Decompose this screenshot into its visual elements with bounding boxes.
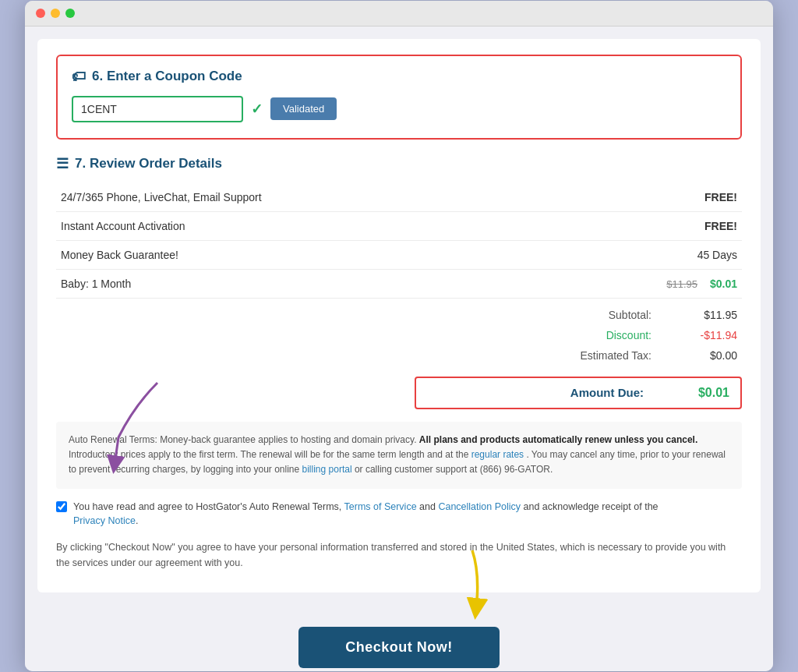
coupon-input[interactable] <box>72 96 243 122</box>
review-section-heading: 7. Review Order Details <box>75 156 222 172</box>
subtotal-row: Subtotal: $11.95 <box>56 305 742 325</box>
coupon-input-row: ✓ Validated <box>72 96 726 122</box>
minimize-dot[interactable] <box>51 9 60 18</box>
annotation-container: Auto Renewal Terms: Money-back guarantee… <box>56 422 742 571</box>
billing-portal-link[interactable]: billing portal <box>302 464 352 475</box>
discount-value: -$11.94 <box>690 329 737 341</box>
checkmark-icon: ✓ <box>251 101 263 118</box>
tos-link[interactable]: Terms of Service <box>344 501 417 512</box>
table-row: Money Back Guarantee! 45 Days <box>56 240 742 269</box>
agreement-text: You have read and agree to HostGator's A… <box>73 500 659 529</box>
tag-icon: 🏷 <box>72 69 86 85</box>
main-content: 🏷 6. Enter a Coupon Code ✓ Validated ☰ 7… <box>37 39 761 592</box>
privacy-notice-link[interactable]: Privacy Notice <box>73 515 136 526</box>
discount-label: Discount: <box>558 329 651 341</box>
coupon-section-heading: 6. Enter a Coupon Code <box>92 69 242 84</box>
browser-window: 🏷 6. Enter a Coupon Code ✓ Validated ☰ 7… <box>25 1 773 671</box>
table-row: Instant Account Activation FREE! <box>56 211 742 240</box>
item-description: 24/7/365 Phone, LiveChat, Email Support <box>56 183 553 212</box>
item-description: Baby: 1 Month <box>56 269 553 298</box>
tax-row: Estimated Tax: $0.00 <box>56 345 742 366</box>
amount-due-value: $0.01 <box>683 386 729 400</box>
item-price: FREE! <box>553 211 742 240</box>
close-dot[interactable] <box>36 9 45 18</box>
subtotal-value: $11.95 <box>690 309 737 321</box>
coupon-section: 🏷 6. Enter a Coupon Code ✓ Validated <box>56 55 742 140</box>
cancellation-policy-link[interactable]: Cancellation Policy <box>438 501 521 512</box>
transfer-notice: By clicking "Checkout Now" you agree to … <box>56 539 742 571</box>
item-price: $11.95 $0.01 <box>553 269 742 298</box>
checkout-now-button[interactable]: Checkout Now! <box>298 627 500 668</box>
amount-due-row: Amount Due: $0.01 <box>415 377 742 409</box>
checkout-area: Checkout Now! <box>25 605 773 671</box>
table-row: 24/7/365 Phone, LiveChat, Email Support … <box>56 183 742 212</box>
item-price: 45 Days <box>553 240 742 269</box>
original-price: $11.95 <box>666 278 697 290</box>
tax-label: Estimated Tax: <box>558 349 651 362</box>
review-section-title: ☰ 7. Review Order Details <box>56 155 742 172</box>
checkbox-row: You have read and agree to HostGator's A… <box>56 500 742 529</box>
regular-rates-link[interactable]: regular rates <box>471 449 524 460</box>
table-row: Baby: 1 Month $11.95 $0.01 <box>56 269 742 298</box>
order-table: 24/7/365 Phone, LiveChat, Email Support … <box>56 183 742 299</box>
item-price: FREE! <box>553 183 742 212</box>
terms-section: Auto Renewal Terms: Money-back guarantee… <box>56 422 742 489</box>
subtotal-label: Subtotal: <box>558 309 651 321</box>
amount-due-label: Amount Due: <box>570 386 644 399</box>
validated-button[interactable]: Validated <box>270 97 337 120</box>
discounted-price: $0.01 <box>710 278 737 290</box>
maximize-dot[interactable] <box>65 9 75 18</box>
list-icon: ☰ <box>56 155 69 172</box>
item-description: Money Back Guarantee! <box>56 240 553 269</box>
discount-row: Discount: -$11.94 <box>56 325 742 345</box>
item-description: Instant Account Activation <box>56 211 553 240</box>
review-section: ☰ 7. Review Order Details 24/7/365 Phone… <box>56 155 742 409</box>
totals-section: Subtotal: $11.95 Discount: -$11.94 Estim… <box>56 305 742 409</box>
titlebar <box>25 1 773 27</box>
tax-value: $0.00 <box>690 349 737 362</box>
agreement-checkbox[interactable] <box>56 501 67 512</box>
coupon-section-title: 🏷 6. Enter a Coupon Code <box>72 69 726 85</box>
auto-renewal-text: Auto Renewal Terms: Money-back guarantee… <box>69 433 729 478</box>
